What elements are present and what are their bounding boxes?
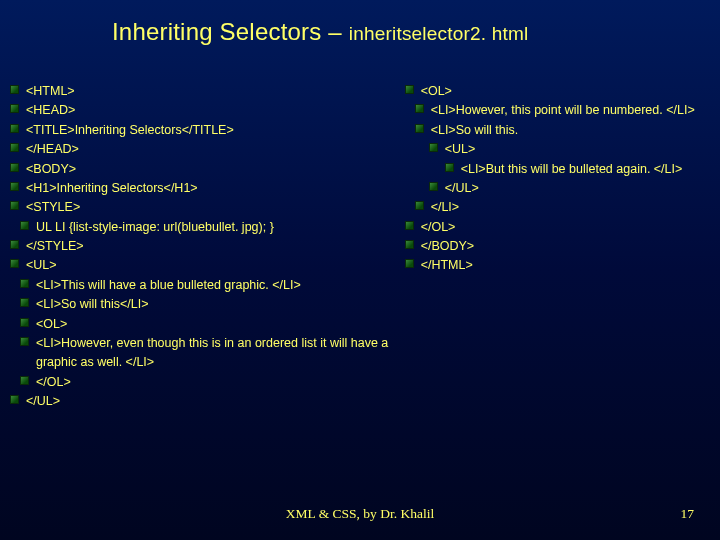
code-line: UL LI {list-style-image: url(bluebullet.… xyxy=(8,218,397,237)
page-number: 17 xyxy=(681,506,695,522)
code-line-text: <UL> xyxy=(445,142,476,156)
code-line: </HEAD> xyxy=(8,140,397,159)
left-column: <HTML><HEAD><TITLE>Inheriting Selectors<… xyxy=(8,82,403,411)
square-bullet-icon xyxy=(10,182,19,191)
square-bullet-icon xyxy=(20,376,29,385)
code-line: <UL> xyxy=(403,140,708,159)
square-bullet-icon xyxy=(20,298,29,307)
code-line: </BODY> xyxy=(403,237,708,256)
code-line-text: </HTML> xyxy=(421,258,473,272)
code-line-text: </UL> xyxy=(26,394,60,408)
code-line-text: </UL> xyxy=(445,181,479,195)
code-line: <LI>This will have a blue bulleted graph… xyxy=(8,276,397,295)
square-bullet-icon xyxy=(10,240,19,249)
square-bullet-icon xyxy=(429,182,438,191)
code-line-text: <H1>Inheriting Selectors</H1> xyxy=(26,181,198,195)
code-line: </OL> xyxy=(403,218,708,237)
code-line-text: <LI>But this will be bulleted again. </L… xyxy=(461,162,683,176)
square-bullet-icon xyxy=(415,104,424,113)
square-bullet-icon xyxy=(20,337,29,346)
square-bullet-icon xyxy=(405,85,414,94)
code-line: <HEAD> xyxy=(8,101,397,120)
code-line: <UL> xyxy=(8,256,397,275)
footer-text: XML & CSS, by Dr. Khalil xyxy=(0,506,720,522)
content-columns: <HTML><HEAD><TITLE>Inheriting Selectors<… xyxy=(8,82,708,411)
code-line: <OL> xyxy=(8,315,397,334)
square-bullet-icon xyxy=(405,259,414,268)
code-line: </OL> xyxy=(8,373,397,392)
code-line: <BODY> xyxy=(8,160,397,179)
square-bullet-icon xyxy=(20,318,29,327)
code-line: </LI> xyxy=(403,198,708,217)
square-bullet-icon xyxy=(405,240,414,249)
code-line: <STYLE> xyxy=(8,198,397,217)
slide-title: Inheriting Selectors – inheritselector2.… xyxy=(112,18,528,46)
square-bullet-icon xyxy=(10,124,19,133)
code-line-text: </OL> xyxy=(36,375,71,389)
code-line-text: <TITLE>Inheriting Selectors</TITLE> xyxy=(26,123,234,137)
code-line-text: </BODY> xyxy=(421,239,475,253)
square-bullet-icon xyxy=(10,395,19,404)
code-line: <HTML> xyxy=(8,82,397,101)
code-line-text: <LI>However, this point will be numbered… xyxy=(431,103,695,117)
code-line-text: </HEAD> xyxy=(26,142,79,156)
square-bullet-icon xyxy=(20,221,29,230)
code-line-text: </STYLE> xyxy=(26,239,84,253)
square-bullet-icon xyxy=(10,201,19,210)
code-line: </HTML> xyxy=(403,256,708,275)
code-line-text: <BODY> xyxy=(26,162,76,176)
code-line-text: <OL> xyxy=(421,84,452,98)
square-bullet-icon xyxy=(10,259,19,268)
code-line-text: <LI>This will have a blue bulleted graph… xyxy=(36,278,301,292)
square-bullet-icon xyxy=(10,163,19,172)
square-bullet-icon xyxy=(10,143,19,152)
square-bullet-icon xyxy=(10,85,19,94)
code-line-text: <LI>However, even though this is in an o… xyxy=(36,336,388,369)
code-line: <H1>Inheriting Selectors</H1> xyxy=(8,179,397,198)
square-bullet-icon xyxy=(445,163,454,172)
title-main-text: Inheriting Selectors – xyxy=(112,18,349,45)
code-line-text: </LI> xyxy=(431,200,460,214)
code-line: </UL> xyxy=(8,392,397,411)
code-line: <TITLE>Inheriting Selectors</TITLE> xyxy=(8,121,397,140)
square-bullet-icon xyxy=(20,279,29,288)
code-line: <LI>So will this</LI> xyxy=(8,295,397,314)
code-line: <OL> xyxy=(403,82,708,101)
code-line: <LI>However, even though this is in an o… xyxy=(8,334,397,373)
code-line-text: <HEAD> xyxy=(26,103,75,117)
square-bullet-icon xyxy=(415,201,424,210)
code-line: </STYLE> xyxy=(8,237,397,256)
code-line-text: </OL> xyxy=(421,220,456,234)
code-line-text: <UL> xyxy=(26,258,57,272)
square-bullet-icon xyxy=(415,124,424,133)
code-line-text: <LI>So will this. xyxy=(431,123,519,137)
square-bullet-icon xyxy=(10,104,19,113)
square-bullet-icon xyxy=(429,143,438,152)
code-line: <LI>So will this. xyxy=(403,121,708,140)
code-line-text: <STYLE> xyxy=(26,200,80,214)
code-line-text: UL LI {list-style-image: url(bluebullet.… xyxy=(36,220,274,234)
code-line: <LI>But this will be bulleted again. </L… xyxy=(403,160,708,179)
code-line-text: <HTML> xyxy=(26,84,75,98)
code-line: </UL> xyxy=(403,179,708,198)
code-line-text: <OL> xyxy=(36,317,67,331)
code-line-text: <LI>So will this</LI> xyxy=(36,297,149,311)
right-column: <OL><LI>However, this point will be numb… xyxy=(403,82,708,411)
square-bullet-icon xyxy=(405,221,414,230)
title-sub-text: inheritselector2. html xyxy=(349,23,529,44)
slide: Inheriting Selectors – inheritselector2.… xyxy=(0,0,720,540)
code-line: <LI>However, this point will be numbered… xyxy=(403,101,708,120)
